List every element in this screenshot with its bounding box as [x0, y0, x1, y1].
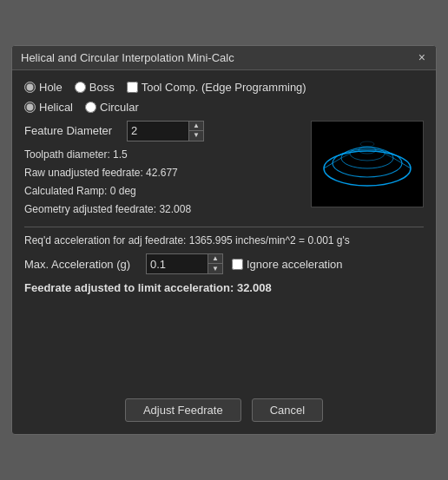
- ignore-accel-text: Ignore acceleration: [247, 258, 343, 271]
- circular-radio[interactable]: [85, 102, 96, 113]
- ignore-accel-checkbox[interactable]: [232, 259, 243, 270]
- dialog: Helical and Circular Interpolation Mini-…: [11, 45, 437, 436]
- max-acceleration-row: Max. Acceleration (g) ▲ ▼ Ignore acceler…: [24, 253, 424, 274]
- accel-spin-up[interactable]: ▲: [208, 254, 222, 264]
- feature-diameter-label: Feature Diameter: [24, 124, 120, 137]
- dialog-title: Helical and Circular Interpolation Mini-…: [21, 51, 234, 64]
- feature-diameter-row: Feature Diameter ▲ ▼: [24, 121, 302, 141]
- empty-space: [24, 303, 424, 372]
- diameter-spin-up[interactable]: ▲: [189, 122, 203, 131]
- raw-feedrate-text: Raw unadjusted feedrate: 42.677: [24, 165, 302, 181]
- helical-radio[interactable]: [24, 102, 36, 113]
- feedrate-result-text: Feedrate adjusted to limit acceleration:…: [24, 281, 424, 294]
- overlay: Helical and Circular Interpolation Mini-…: [0, 0, 448, 480]
- boss-radio-label[interactable]: Boss: [75, 81, 115, 94]
- boss-label: Boss: [89, 81, 115, 94]
- toolcomp-checkbox[interactable]: [127, 82, 138, 93]
- accel-spin-buttons: ▲ ▼: [208, 254, 222, 273]
- req-acceleration-text: Req'd acceleration for adj feedrate: 136…: [24, 234, 424, 247]
- circular-radio-label[interactable]: Circular: [85, 101, 139, 114]
- main-content: Feature Diameter ▲ ▼ Toolpath diameter: …: [24, 121, 424, 220]
- ignore-accel-label[interactable]: Ignore acceleration: [232, 258, 343, 271]
- helical-label: Helical: [39, 101, 73, 114]
- diameter-spin-buttons: ▲ ▼: [188, 122, 203, 141]
- svg-point-11: [360, 141, 374, 147]
- toolpath-diameter-text: Toolpath diameter: 1.5: [24, 147, 302, 163]
- diameter-input-wrapper: ▲ ▼: [127, 121, 204, 141]
- title-bar: Helical and Circular Interpolation Mini-…: [12, 46, 436, 70]
- diameter-spin-down[interactable]: ▼: [189, 131, 203, 141]
- radio-row-2: Helical Circular: [24, 101, 424, 114]
- toolcomp-label: Tool Comp. (Edge Programming): [142, 81, 306, 94]
- accel-spin-down[interactable]: ▼: [208, 264, 222, 273]
- hole-radio-label[interactable]: Hole: [24, 81, 63, 94]
- button-row: Adjust Feedrate Cancel: [24, 390, 424, 422]
- close-button[interactable]: ×: [417, 51, 427, 63]
- divider: [24, 227, 424, 227]
- calculated-ramp-text: Calculated Ramp: 0 deg: [24, 183, 302, 200]
- diameter-input[interactable]: [128, 122, 188, 141]
- helix-visualization: [311, 121, 424, 207]
- accel-input[interactable]: [147, 254, 208, 273]
- adjust-feedrate-button[interactable]: Adjust Feedrate: [125, 398, 241, 422]
- helix-svg: [315, 125, 419, 203]
- geometry-feedrate-text: Geometry adjusted feedrate: 32.008: [24, 201, 302, 218]
- circular-label: Circular: [100, 101, 139, 114]
- hole-radio[interactable]: [24, 82, 36, 93]
- cancel-button[interactable]: Cancel: [252, 398, 323, 422]
- dialog-body: Hole Boss Tool Comp. (Edge Programming) …: [12, 70, 436, 435]
- toolcomp-checkbox-label[interactable]: Tool Comp. (Edge Programming): [127, 81, 306, 94]
- hole-label: Hole: [39, 81, 63, 94]
- radio-row-1: Hole Boss Tool Comp. (Edge Programming): [24, 81, 424, 94]
- left-panel: Feature Diameter ▲ ▼ Toolpath diameter: …: [24, 121, 302, 220]
- max-acceleration-label: Max. Acceleration (g): [24, 258, 137, 271]
- boss-radio[interactable]: [75, 82, 86, 93]
- helical-radio-label[interactable]: Helical: [24, 101, 73, 114]
- accel-input-wrapper: ▲ ▼: [146, 253, 223, 274]
